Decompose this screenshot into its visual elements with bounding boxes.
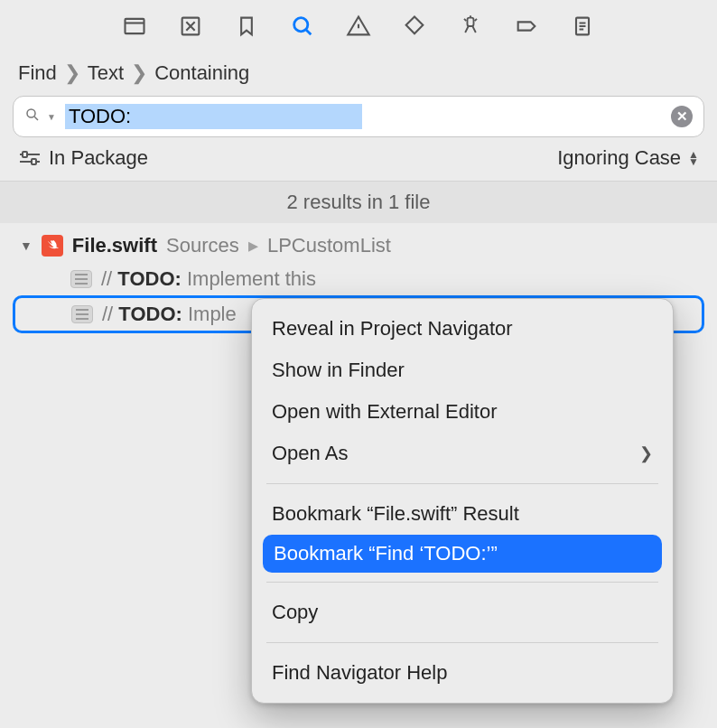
search-icon[interactable] — [24, 107, 41, 127]
source-control-icon[interactable] — [177, 13, 204, 40]
result-file-row[interactable]: ▼ File.swift Sources ▸ LPCustomList — [0, 229, 717, 263]
bookmark-icon[interactable] — [233, 13, 260, 40]
file-name: File.swift — [72, 234, 157, 257]
menu-show-in-finder[interactable]: Show in Finder — [252, 350, 673, 391]
snippet-icon — [70, 270, 92, 288]
svg-rect-0 — [126, 19, 144, 33]
report-navigator-icon[interactable] — [569, 13, 596, 40]
code-snippet: // TODO: Implement this — [101, 267, 316, 291]
bc-find: Find — [18, 61, 57, 85]
bc-containing: Containing — [154, 61, 249, 85]
svg-rect-7 — [32, 159, 36, 164]
menu-separator — [266, 483, 658, 484]
menu-copy[interactable]: Copy — [252, 592, 673, 633]
menu-open-as[interactable]: Open As ❯ — [252, 433, 673, 474]
nav-tab-bar — [0, 0, 717, 52]
menu-separator — [266, 582, 658, 583]
clear-search-icon[interactable]: ✕ — [671, 106, 693, 127]
svg-rect-6 — [23, 152, 27, 157]
menu-reveal-in-navigator[interactable]: Reveal in Project Navigator — [252, 308, 673, 350]
search-query-text[interactable]: TODO: — [65, 104, 363, 129]
breakpoint-navigator-icon[interactable] — [513, 13, 540, 40]
context-menu: Reveal in Project Navigator Show in Find… — [251, 298, 674, 704]
test-navigator-icon[interactable] — [401, 13, 428, 40]
project-navigator-icon[interactable] — [121, 13, 148, 40]
search-scope-row: In Package Ignoring Case ▲▼ — [0, 143, 717, 181]
chevron-right-icon: ❯ — [131, 61, 147, 85]
bc-text: Text — [88, 61, 124, 85]
result-line[interactable]: // TODO: Implement this — [0, 263, 717, 295]
menu-separator — [266, 642, 658, 643]
find-navigator-icon[interactable] — [289, 13, 316, 40]
code-snippet: // TODO: Imple — [102, 303, 237, 326]
case-toggle[interactable]: Ignoring Case ▲▼ — [557, 146, 699, 170]
chevron-right-icon: ❯ — [639, 443, 653, 463]
updown-icon: ▲▼ — [688, 151, 699, 165]
svg-rect-3 — [468, 18, 474, 26]
find-mode-breadcrumb[interactable]: Find ❯ Text ❯ Containing — [0, 52, 717, 90]
disclosure-triangle-icon[interactable]: ▼ — [20, 238, 33, 253]
scope-settings-icon[interactable] — [18, 149, 42, 167]
results-count-banner: 2 results in 1 file — [0, 181, 717, 223]
debug-navigator-icon[interactable] — [457, 13, 484, 40]
menu-help[interactable]: Find Navigator Help — [252, 652, 673, 694]
chevron-down-icon[interactable]: ▼ — [47, 112, 56, 122]
scope-label[interactable]: In Package — [49, 146, 148, 170]
menu-open-external[interactable]: Open with External Editor — [252, 391, 673, 433]
menu-bookmark-find[interactable]: Bookmark “Find ‘TODO:’” — [263, 535, 662, 573]
search-field[interactable]: ▼ TODO: ✕ — [13, 96, 704, 137]
snippet-icon — [71, 305, 93, 323]
chevron-right-icon: ❯ — [64, 61, 80, 85]
menu-bookmark-result[interactable]: Bookmark “File.swift” Result — [252, 493, 673, 535]
issue-navigator-icon[interactable] — [345, 13, 372, 40]
swift-file-icon — [42, 235, 63, 257]
svg-point-5 — [27, 109, 35, 117]
file-path: Sources ▸ LPCustomList — [166, 234, 391, 257]
path-sep-icon: ▸ — [248, 234, 258, 257]
